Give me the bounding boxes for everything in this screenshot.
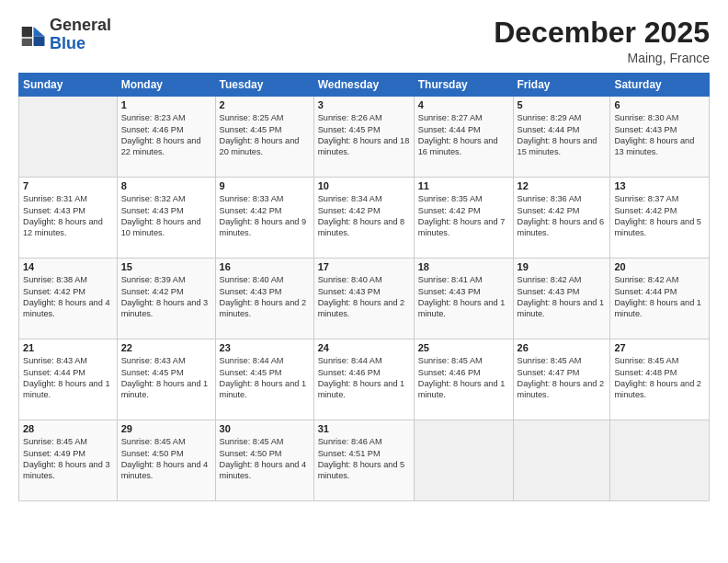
day-number: 3 xyxy=(318,99,410,110)
cell-content: Sunrise: 8:41 AM Sunset: 4:43 PM Dayligh… xyxy=(418,274,509,320)
day-number: 9 xyxy=(220,180,310,191)
day-number: 16 xyxy=(220,261,310,272)
cell-content: Sunrise: 8:40 AM Sunset: 4:43 PM Dayligh… xyxy=(220,274,310,320)
cell-content: Sunrise: 8:25 AM Sunset: 4:45 PM Dayligh… xyxy=(220,112,310,158)
cell-content: Sunrise: 8:40 AM Sunset: 4:43 PM Dayligh… xyxy=(318,274,410,320)
day-number: 4 xyxy=(418,99,509,110)
day-number: 11 xyxy=(418,180,509,191)
svg-rect-2 xyxy=(22,27,32,37)
calendar-cell: 28Sunrise: 8:45 AM Sunset: 4:49 PM Dayli… xyxy=(19,420,118,501)
calendar-cell: 11Sunrise: 8:35 AM Sunset: 4:42 PM Dayli… xyxy=(414,178,513,259)
calendar-cell xyxy=(414,420,513,501)
weekday-friday: Friday xyxy=(513,74,610,97)
calendar-cell: 30Sunrise: 8:45 AM Sunset: 4:50 PM Dayli… xyxy=(215,420,313,501)
calendar-cell: 5Sunrise: 8:29 AM Sunset: 4:44 PM Daylig… xyxy=(513,97,610,178)
calendar-cell: 27Sunrise: 8:45 AM Sunset: 4:48 PM Dayli… xyxy=(610,339,710,420)
day-number: 7 xyxy=(23,180,113,191)
calendar-cell: 26Sunrise: 8:45 AM Sunset: 4:47 PM Dayli… xyxy=(513,339,610,420)
calendar-cell: 15Sunrise: 8:39 AM Sunset: 4:42 PM Dayli… xyxy=(117,259,215,339)
calendar-cell: 10Sunrise: 8:34 AM Sunset: 4:42 PM Dayli… xyxy=(313,178,414,259)
cell-content: Sunrise: 8:45 AM Sunset: 4:49 PM Dayligh… xyxy=(23,436,113,482)
logo-general: General xyxy=(50,16,111,34)
cell-content: Sunrise: 8:23 AM Sunset: 4:46 PM Dayligh… xyxy=(121,112,211,158)
cell-content: Sunrise: 8:45 AM Sunset: 4:48 PM Dayligh… xyxy=(614,355,705,401)
calendar-cell: 20Sunrise: 8:42 AM Sunset: 4:44 PM Dayli… xyxy=(610,259,710,339)
day-number: 28 xyxy=(23,423,113,434)
calendar-body: 1Sunrise: 8:23 AM Sunset: 4:46 PM Daylig… xyxy=(19,97,710,501)
cell-content: Sunrise: 8:42 AM Sunset: 4:44 PM Dayligh… xyxy=(614,274,705,320)
calendar-cell: 22Sunrise: 8:43 AM Sunset: 4:45 PM Dayli… xyxy=(117,339,215,420)
cell-content: Sunrise: 8:39 AM Sunset: 4:42 PM Dayligh… xyxy=(121,274,211,320)
calendar-cell: 14Sunrise: 8:38 AM Sunset: 4:42 PM Dayli… xyxy=(19,259,118,339)
cell-content: Sunrise: 8:42 AM Sunset: 4:43 PM Dayligh… xyxy=(518,274,607,320)
calendar-cell: 6Sunrise: 8:30 AM Sunset: 4:43 PM Daylig… xyxy=(610,97,710,178)
calendar-week-5: 28Sunrise: 8:45 AM Sunset: 4:49 PM Dayli… xyxy=(19,420,710,501)
weekday-sunday: Sunday xyxy=(19,74,118,97)
cell-content: Sunrise: 8:35 AM Sunset: 4:42 PM Dayligh… xyxy=(418,193,509,239)
calendar-cell: 16Sunrise: 8:40 AM Sunset: 4:43 PM Dayli… xyxy=(215,259,313,339)
day-number: 25 xyxy=(418,342,509,353)
cell-content: Sunrise: 8:45 AM Sunset: 4:50 PM Dayligh… xyxy=(121,436,211,482)
day-number: 2 xyxy=(220,99,310,110)
calendar-header: SundayMondayTuesdayWednesdayThursdayFrid… xyxy=(19,74,710,97)
day-number: 10 xyxy=(318,180,410,191)
day-number: 6 xyxy=(614,99,705,110)
calendar-page: General Blue December 2025 Maing, France… xyxy=(0,0,728,563)
day-number: 20 xyxy=(614,261,705,272)
calendar-cell: 2Sunrise: 8:25 AM Sunset: 4:45 PM Daylig… xyxy=(215,97,313,178)
calendar-cell: 12Sunrise: 8:36 AM Sunset: 4:42 PM Dayli… xyxy=(513,178,610,259)
calendar-cell: 25Sunrise: 8:45 AM Sunset: 4:46 PM Dayli… xyxy=(414,339,513,420)
day-number: 31 xyxy=(318,423,410,434)
cell-content: Sunrise: 8:30 AM Sunset: 4:43 PM Dayligh… xyxy=(614,112,705,158)
logo: General Blue xyxy=(18,17,111,53)
cell-content: Sunrise: 8:36 AM Sunset: 4:42 PM Dayligh… xyxy=(518,193,607,239)
month-title: December 2025 xyxy=(494,17,710,49)
cell-content: Sunrise: 8:46 AM Sunset: 4:51 PM Dayligh… xyxy=(318,436,410,482)
calendar-cell: 3Sunrise: 8:26 AM Sunset: 4:45 PM Daylig… xyxy=(313,97,414,178)
calendar-cell: 21Sunrise: 8:43 AM Sunset: 4:44 PM Dayli… xyxy=(19,339,118,420)
logo-text: General Blue xyxy=(50,17,111,53)
logo-blue: Blue xyxy=(50,34,85,52)
cell-content: Sunrise: 8:33 AM Sunset: 4:42 PM Dayligh… xyxy=(220,193,310,239)
day-number: 24 xyxy=(318,342,410,353)
day-number: 8 xyxy=(121,180,211,191)
weekday-tuesday: Tuesday xyxy=(215,74,313,97)
calendar-cell: 8Sunrise: 8:32 AM Sunset: 4:43 PM Daylig… xyxy=(117,178,215,259)
calendar-cell: 23Sunrise: 8:44 AM Sunset: 4:45 PM Dayli… xyxy=(215,339,313,420)
logo-icon xyxy=(18,21,46,49)
day-number: 18 xyxy=(418,261,509,272)
day-number: 17 xyxy=(318,261,410,272)
calendar-cell: 17Sunrise: 8:40 AM Sunset: 4:43 PM Dayli… xyxy=(313,259,414,339)
calendar-cell: 24Sunrise: 8:44 AM Sunset: 4:46 PM Dayli… xyxy=(313,339,414,420)
calendar-cell: 1Sunrise: 8:23 AM Sunset: 4:46 PM Daylig… xyxy=(117,97,215,178)
day-number: 13 xyxy=(614,180,705,191)
title-block: December 2025 Maing, France xyxy=(494,17,710,65)
calendar-table: SundayMondayTuesdayWednesdayThursdayFrid… xyxy=(18,73,710,501)
day-number: 19 xyxy=(518,261,607,272)
day-number: 29 xyxy=(121,423,211,434)
day-number: 21 xyxy=(23,342,113,353)
calendar-cell: 19Sunrise: 8:42 AM Sunset: 4:43 PM Dayli… xyxy=(513,259,610,339)
calendar-week-4: 21Sunrise: 8:43 AM Sunset: 4:44 PM Dayli… xyxy=(19,339,710,420)
cell-content: Sunrise: 8:31 AM Sunset: 4:43 PM Dayligh… xyxy=(23,193,113,239)
day-number: 30 xyxy=(220,423,310,434)
weekday-monday: Monday xyxy=(117,74,215,97)
svg-rect-3 xyxy=(22,39,32,46)
calendar-cell: 7Sunrise: 8:31 AM Sunset: 4:43 PM Daylig… xyxy=(19,178,118,259)
weekday-saturday: Saturday xyxy=(610,74,710,97)
day-number: 12 xyxy=(518,180,607,191)
cell-content: Sunrise: 8:37 AM Sunset: 4:42 PM Dayligh… xyxy=(614,193,705,239)
cell-content: Sunrise: 8:43 AM Sunset: 4:45 PM Dayligh… xyxy=(121,355,211,401)
location: Maing, France xyxy=(494,51,710,65)
calendar-week-3: 14Sunrise: 8:38 AM Sunset: 4:42 PM Dayli… xyxy=(19,259,710,339)
day-number: 23 xyxy=(220,342,310,353)
calendar-cell: 29Sunrise: 8:45 AM Sunset: 4:50 PM Dayli… xyxy=(117,420,215,501)
cell-content: Sunrise: 8:45 AM Sunset: 4:47 PM Dayligh… xyxy=(518,355,607,401)
cell-content: Sunrise: 8:44 AM Sunset: 4:46 PM Dayligh… xyxy=(318,355,410,401)
calendar-week-1: 1Sunrise: 8:23 AM Sunset: 4:46 PM Daylig… xyxy=(19,97,710,178)
cell-content: Sunrise: 8:26 AM Sunset: 4:45 PM Dayligh… xyxy=(318,112,410,158)
calendar-week-2: 7Sunrise: 8:31 AM Sunset: 4:43 PM Daylig… xyxy=(19,178,710,259)
page-header: General Blue December 2025 Maing, France xyxy=(18,17,710,65)
weekday-header-row: SundayMondayTuesdayWednesdayThursdayFrid… xyxy=(19,74,710,97)
weekday-thursday: Thursday xyxy=(414,74,513,97)
